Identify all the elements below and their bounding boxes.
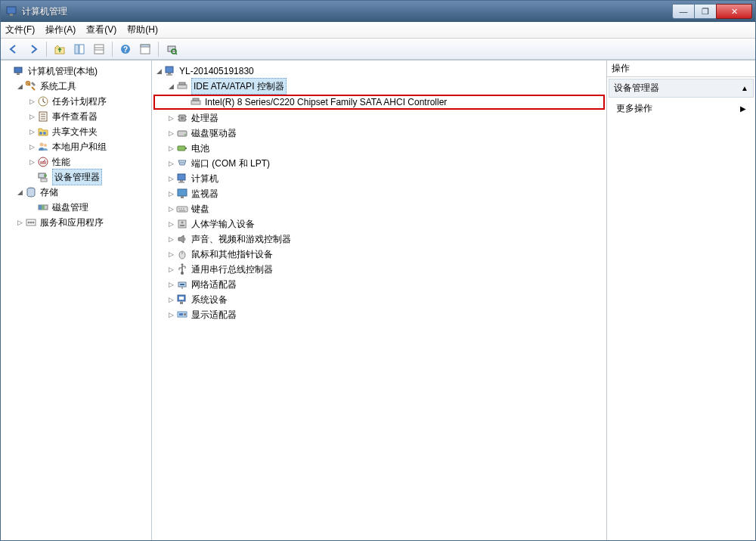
svg-point-75 [181,272,184,275]
svg-rect-42 [166,74,172,76]
nav-tree[interactable]: 计算机管理(本地) ◢ 系统工具 ▷ 任务计划程序 ▷ 事件查看器 [1,61,151,233]
shared-folder-icon [37,126,49,138]
collapse-icon[interactable]: ▲ [741,84,748,92]
nav-disk-mgmt[interactable]: 磁盘管理 [2,200,150,215]
collapse-icon[interactable]: ◢ [14,185,25,200]
collapse-icon[interactable]: ◢ [166,79,176,94]
titlebar: 计算机管理 — ❐ ✕ [1,1,755,22]
toolbar-separator [112,42,113,57]
dev-hid[interactable]: ▷ 人体学输入设备 [153,216,605,232]
dev-label: IDE ATA/ATAPI 控制器 [191,78,287,95]
expand-icon[interactable]: ▷ [166,156,176,171]
actions-more-ops[interactable]: 更多操作 ▶ [607,99,755,118]
collapse-icon[interactable]: ◢ [153,64,164,79]
nav-device-manager[interactable]: 设备管理器 [2,169,150,185]
nav-task-scheduler[interactable]: ▷ 任务计划程序 [2,94,150,109]
svg-point-26 [44,144,47,147]
actions-pane: 操作 设备管理器 ▲ 更多操作 ▶ [607,61,755,540]
dev-disk-drives[interactable]: ▷ 磁盘驱动器 [153,126,605,141]
expand-icon[interactable]: ▷ [166,216,176,232]
dev-monitor[interactable]: ▷ 监视器 [153,186,605,201]
expand-icon[interactable]: ▷ [166,171,176,186]
expand-icon[interactable]: ▷ [166,201,176,216]
nav-tree-pane: 计算机管理(本地) ◢ 系统工具 ▷ 任务计划程序 ▷ 事件查看器 [1,61,152,540]
forward-button[interactable] [25,41,42,58]
dev-sound[interactable]: ▷ 声音、视频和游戏控制器 [153,232,605,247]
dev-usb[interactable]: ▷ 通用串行总线控制器 [153,262,605,277]
minimize-button[interactable]: — [672,4,695,19]
expand-icon[interactable]: ▷ [166,247,176,262]
app-icon [5,5,17,17]
dev-keyboard[interactable]: ▷ 键盘 [153,201,605,216]
expand-icon[interactable]: ▷ [26,154,37,169]
expand-icon[interactable]: ▷ [26,139,37,154]
svg-point-37 [28,222,30,224]
nav-root[interactable]: 计算机管理(本地) [2,64,150,79]
dev-processor[interactable]: ▷ 处理器 [153,110,605,126]
svg-rect-44 [179,82,185,85]
menu-help[interactable]: 帮助(H) [127,23,158,36]
usb-icon [176,263,188,275]
expand-icon[interactable]: ▷ [166,262,176,277]
svg-point-54 [184,134,186,135]
nav-label: 计算机管理(本地) [28,64,98,79]
nav-services[interactable]: ▷ 服务和应用程序 [2,215,150,230]
nav-shared-folders[interactable]: ▷ 共享文件夹 [2,124,150,139]
nav-performance[interactable]: ▷ 性能 [2,154,150,169]
up-button[interactable] [51,41,68,58]
svg-point-71 [181,222,184,224]
dev-label: 磁盘驱动器 [191,126,237,141]
dev-display[interactable]: ▷ 显示适配器 [153,307,605,322]
dev-label: 声音、视频和游戏控制器 [191,232,291,247]
window-title: 计算机管理 [22,5,673,18]
dev-mouse[interactable]: ▷ 鼠标和其他指针设备 [153,247,605,262]
expand-icon[interactable]: ▷ [166,307,176,322]
nav-local-users[interactable]: ▷ 本地用户和组 [2,139,150,154]
close-button[interactable]: ✕ [716,4,752,19]
properties-button[interactable] [91,41,107,58]
expand-icon[interactable]: ▷ [166,232,176,247]
scan-hardware-button[interactable] [163,41,180,58]
expand-icon[interactable]: ▷ [166,186,176,201]
expand-icon[interactable]: ▷ [26,109,37,124]
menu-action[interactable]: 操作(A) [45,23,76,36]
menu-file[interactable]: 文件(F) [5,23,35,36]
svg-rect-72 [180,225,184,226]
expand-icon[interactable]: ▷ [166,141,176,156]
dev-computer-cat[interactable]: ▷ 计算机 [153,171,605,186]
expand-icon[interactable]: ▷ [166,110,176,126]
nav-system-tools[interactable]: ◢ 系统工具 [2,79,150,94]
svg-rect-43 [178,85,187,89]
services-icon [25,216,37,229]
expand-icon[interactable]: ▷ [166,277,176,292]
device-tree[interactable]: ◢ YL-201405191830 ◢ IDE ATA/ATAPI 控制器 In… [152,61,606,325]
help-button[interactable]: ? [117,41,134,58]
dev-ide-controller[interactable]: ◢ IDE ATA/ATAPI 控制器 [153,79,605,94]
svg-rect-34 [39,205,42,210]
dev-battery[interactable]: ▷ 电池 [153,141,605,156]
dev-sata-controller[interactable]: Intel(R) 8 Series/C220 Chipset Family SA… [153,95,605,110]
svg-point-23 [39,132,42,135]
expand-icon[interactable]: ▷ [26,124,37,139]
dev-network[interactable]: ▷ 网络适配器 [153,277,605,292]
show-hide-tree-button[interactable] [71,41,88,58]
dev-computer-root[interactable]: ◢ YL-201405191830 [153,64,605,79]
svg-point-38 [30,222,33,224]
menubar: 文件(F) 操作(A) 查看(V) 帮助(H) [1,22,755,39]
expand-icon[interactable]: ▷ [166,292,176,307]
actions-section[interactable]: 设备管理器 ▲ [609,79,754,98]
dev-system[interactable]: ▷ 系统设备 [153,292,605,307]
maximize-button[interactable]: ❐ [694,4,717,19]
nav-event-viewer[interactable]: ▷ 事件查看器 [2,109,150,124]
details-button[interactable] [137,41,153,58]
menu-view[interactable]: 查看(V) [86,23,116,36]
expand-icon[interactable]: ▷ [26,94,37,109]
expand-icon[interactable]: ▷ [166,126,176,141]
expand-icon[interactable]: ▷ [14,215,25,230]
svg-rect-40 [166,67,173,73]
dev-ports[interactable]: ▷ 端口 (COM 和 LPT) [153,156,605,171]
back-button[interactable] [5,41,22,58]
collapse-icon[interactable]: ◢ [14,79,25,94]
svg-rect-1 [10,14,13,16]
nav-storage[interactable]: ◢ 存储 [2,185,150,200]
